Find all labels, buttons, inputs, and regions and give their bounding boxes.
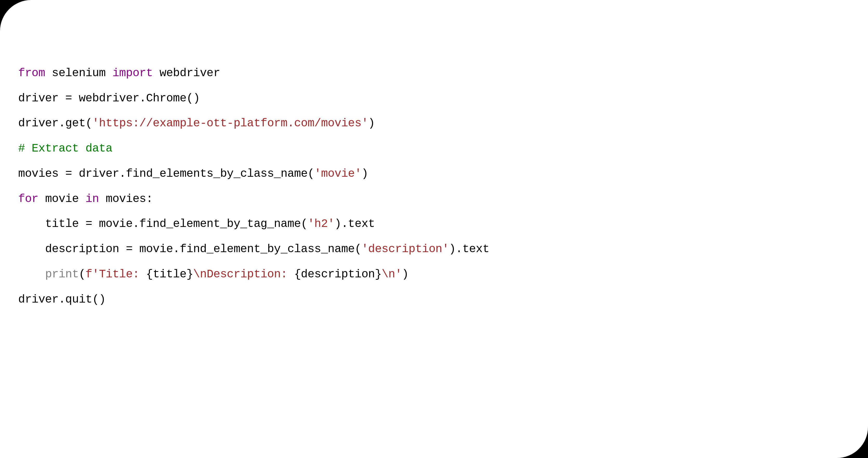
code-line-6: for movie in movies: bbox=[18, 193, 850, 205]
code-line-8: description = movie.find_element_by_clas… bbox=[18, 243, 850, 255]
keyword-import: import bbox=[113, 66, 153, 80]
code-line-3: driver.get('https://example-ott-platform… bbox=[18, 117, 850, 129]
import-name: webdriver bbox=[159, 66, 220, 80]
code-block: from selenium import webdriver driver = … bbox=[18, 41, 850, 331]
keyword-from: from bbox=[18, 66, 45, 80]
code-line-10: driver.quit() bbox=[18, 293, 850, 306]
code-card: from selenium import webdriver driver = … bbox=[0, 0, 868, 458]
code-line-1: from selenium import webdriver bbox=[18, 67, 850, 79]
builtin-print: print bbox=[45, 268, 79, 281]
code-line-4: # Extract data bbox=[18, 142, 850, 155]
string-tag: 'h2' bbox=[308, 217, 335, 230]
code-line-9: print(f'Title: {title}\nDescription: {de… bbox=[18, 268, 850, 280]
code-line-5: movies = driver.find_elements_by_class_n… bbox=[18, 167, 850, 180]
module-name: selenium bbox=[52, 66, 106, 80]
comment: # Extract data bbox=[18, 142, 113, 155]
code-line-7: title = movie.find_element_by_tag_name('… bbox=[18, 218, 850, 230]
string-desc: 'description' bbox=[361, 243, 449, 255]
string-url: 'https://example-ott-platform.com/movies… bbox=[92, 117, 368, 130]
keyword-in: in bbox=[86, 192, 99, 205]
code-line-2: driver = webdriver.Chrome() bbox=[18, 92, 850, 104]
keyword-for: for bbox=[18, 192, 38, 205]
string-class: 'movie' bbox=[314, 167, 361, 180]
